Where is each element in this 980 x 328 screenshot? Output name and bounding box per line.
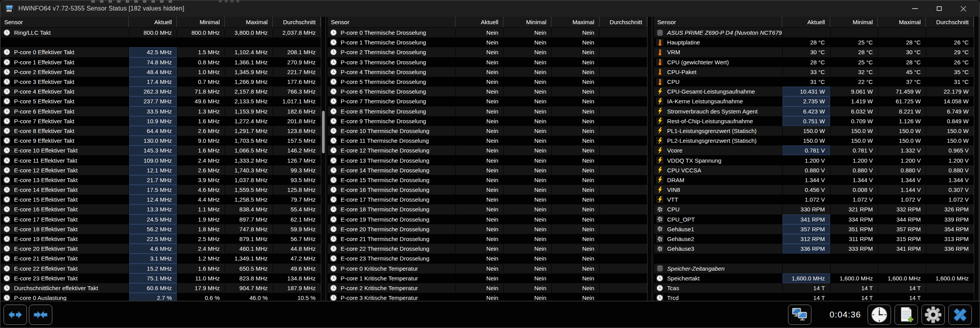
sensor-row[interactable]: E-core 12 Effektiver Takt12.1 MHz2.6 MHz… — [1, 165, 321, 175]
sensor-row[interactable]: P-core 6 Thermische DrosselungNeinNeinNe… — [328, 87, 647, 96]
sensor-row[interactable]: Hauptplatine28 °C25 °C28 °C26 °C — [654, 37, 974, 47]
sensor-row[interactable]: E-core 9 Thermische DrosselungNeinNeinNe… — [328, 116, 647, 126]
column-header-maximal[interactable]: Maximal — [551, 17, 599, 27]
sensor-row[interactable]: ASUS PRIME Z690-P D4 (Nuvoton NCT6798D) — [654, 28, 974, 37]
sensor-row[interactable]: E-core 8 Thermische DrosselungNeinNeinNe… — [328, 106, 647, 116]
sensor-row[interactable]: P-core 3 Effektiver Takt17.4 MHz0.7 MHz1… — [1, 77, 321, 87]
maximize-button[interactable] — [936, 5, 942, 12]
sensor-row[interactable]: E-core 22 Thermische DrosselungNeinNeinN… — [328, 244, 647, 254]
sensor-row[interactable]: E-core 11 Thermische DrosselungNeinNeinN… — [328, 136, 647, 145]
sensor-row[interactable]: PL1-Leistungsgrenzwert (Statisch)150.0 W… — [654, 126, 974, 136]
sensor-row[interactable]: IA-Kerne Leistungsaufnahme2.735 W1.419 W… — [654, 96, 974, 106]
sensor-row[interactable]: E-core 10 Thermische DrosselungNeinNeinN… — [328, 126, 647, 136]
sensor-row[interactable]: Vcore0.781 V0.781 V1.332 V0.965 V — [654, 145, 974, 155]
sensor-row[interactable]: Tcas14 T14 T14 T — [654, 283, 974, 293]
sensor-row[interactable]: P-core 1 Kritische TemperaturNeinNeinNei… — [328, 273, 647, 283]
sensor-row[interactable]: E-core 10 Effektiver Takt145.3 MHz1.6 MH… — [1, 145, 321, 155]
column-header-maximal[interactable]: Maximal — [878, 17, 926, 27]
sensor-row[interactable]: CPU31 °C22 °C37 °C31 °C — [654, 77, 974, 87]
sensor-row[interactable]: Trcd14 T14 T14 T — [654, 293, 974, 301]
sensor-row[interactable]: P-core 0 Thermische DrosselungNeinNeinNe… — [328, 28, 647, 37]
sensor-row[interactable]: P-core 2 Kritische TemperaturNeinNeinNei… — [328, 283, 647, 293]
sensor-row[interactable]: E-core 14 Effektiver Takt17.5 MHz4.6 MHz… — [1, 185, 321, 195]
sensor-row[interactable]: E-core 17 Thermische DrosselungNeinNeinN… — [328, 195, 647, 204]
scrollbar[interactable] — [974, 17, 979, 301]
sensor-row[interactable]: E-core 19 Thermische DrosselungNeinNeinN… — [328, 215, 647, 224]
sensor-row[interactable]: P-core 5 Effektiver Takt237.7 MHz49.6 MH… — [1, 96, 321, 106]
sensor-row[interactable]: Ring/LLC Takt800.0 MHz800.0 MHz3,800.0 M… — [1, 28, 321, 37]
sensor-row[interactable]: E-core 13 Thermische DrosselungNeinNeinN… — [328, 155, 647, 165]
sensor-row[interactable]: P-core 5 Thermische DrosselungNeinNeinNe… — [328, 77, 647, 87]
sensor-row[interactable]: Gehäuse2312 RPM311 RPM315 RPM313 RPM — [654, 234, 974, 244]
sensor-row[interactable]: E-core 13 Effektiver Takt21.7 MHz3.9 MHz… — [1, 175, 321, 185]
sensor-row[interactable]: E-core 18 Thermische DrosselungNeinNeinN… — [328, 204, 647, 214]
sensor-row[interactable]: E-core 9 Effektiver Takt130.0 MHz9.0 MHz… — [1, 136, 321, 145]
sensor-row[interactable]: Speicher-Zeitangaben — [654, 264, 974, 273]
column-header-sensor[interactable]: Sensor — [328, 17, 455, 27]
title-bar[interactable]: HWiNFO64 v7.72-5355 Sensor Status [182 v… — [0, 0, 980, 17]
scrollbar[interactable] — [321, 17, 326, 301]
column-header-aktuell[interactable]: Aktuell — [455, 17, 503, 27]
clock-button[interactable] — [868, 305, 891, 325]
sensor-row[interactable]: VDDQ TX Spannung1.200 V1.200 V1.200 V1.2… — [654, 155, 974, 165]
sensor-row[interactable]: E-core 19 Effektiver Takt22.5 MHz2.5 MHz… — [1, 234, 321, 244]
sensor-row[interactable]: CPU (gewichteter Wert)28 °C25 °C28 °C26 … — [654, 57, 974, 67]
sensor-row[interactable]: E-core 22 Effektiver Takt15.2 MHz1.6 MHz… — [1, 264, 321, 273]
sensor-row[interactable]: E-core 15 Effektiver Takt12.4 MHz4.4 MHz… — [1, 195, 321, 204]
sensor-row[interactable]: P-core 1 Effektiver Takt74.8 MHz0.8 MHz1… — [1, 57, 321, 67]
sensor-row[interactable]: VRM30 °C28 °C30 °C29 °C — [654, 47, 974, 57]
sensor-row[interactable]: DRAM1.344 V1.344 V1.344 V1.344 V — [654, 175, 974, 185]
sensor-row[interactable]: Speichertakt1,600.0 MHz1,600.0 MHz1,600.… — [654, 273, 974, 283]
column-header-minimal[interactable]: Minimal — [177, 17, 225, 27]
sensor-row[interactable]: PL2-Leistungsgrenzwert (Statisch)150.0 W… — [654, 136, 974, 145]
expand-columns-button[interactable] — [4, 305, 27, 325]
sensor-row[interactable]: CPU330 RPM321 RPM332 RPM326 RPM — [654, 204, 974, 214]
sensor-row[interactable]: P-core 0 Effektiver Takt42.5 MHz1.5 MHz1… — [1, 47, 321, 57]
sensor-row[interactable]: E-core 17 Effektiver Takt24.5 MHz1.9 MHz… — [1, 215, 321, 224]
window-close-button[interactable] — [960, 5, 966, 12]
scrollbar-thumb[interactable] — [322, 111, 325, 153]
sensor-row[interactable]: P-core 3 Thermische DrosselungNeinNeinNe… — [328, 57, 647, 67]
sensor-row[interactable]: VIN80.456 V0.008 V1.144 V0.307 V — [654, 185, 974, 195]
sensor-row[interactable]: P-core 0 Kritische TemperaturNeinNeinNei… — [328, 264, 647, 273]
sensor-row[interactable]: Gehäuse1357 RPM351 RPM357 RPM354 RPM — [654, 224, 974, 234]
close-button[interactable] — [948, 305, 972, 325]
sensor-row[interactable]: E-core 15 Thermische DrosselungNeinNeinN… — [328, 175, 647, 185]
sensor-row[interactable]: P-core 6 Effektiver Takt33.5 MHz1.3 MHz1… — [1, 106, 321, 116]
settings-button[interactable] — [921, 305, 945, 325]
sensor-row[interactable]: Stromverbrauch des System Agent6.423 W6.… — [654, 106, 974, 116]
sensor-row[interactable]: P-core 7 Effektiver Takt10.9 MHz1.6 MHz1… — [1, 116, 321, 126]
sensor-row[interactable]: CPU-Gesamt-Leistungsaufnahme10.431 W9.06… — [654, 87, 974, 96]
sensor-row[interactable]: P-core 3 Kritische TemperaturNeinNeinNei… — [328, 293, 647, 301]
sensor-row[interactable]: E-core 21 Effektiver Takt3.1 MHz1.2 MHz1… — [1, 254, 321, 263]
sensor-row[interactable]: Gehäuse3336 RPM333 RPM341 RPM336 RPM — [654, 244, 974, 254]
sensor-row[interactable]: P-core 2 Thermische DrosselungNeinNeinNe… — [328, 47, 647, 57]
scrollbar[interactable] — [647, 17, 652, 301]
remote-monitoring-button[interactable] — [788, 305, 811, 325]
column-header-durchschnitt[interactable]: Durchschnitt — [273, 17, 321, 27]
sensor-row[interactable]: E-core 23 Effektiver Takt75.1 MHz11.0 MH… — [1, 273, 321, 283]
sensor-row[interactable]: E-core 21 Thermische DrosselungNeinNeinN… — [328, 234, 647, 244]
sensor-row[interactable]: E-core 18 Effektiver Takt56.2 MHz1.8 MHz… — [1, 224, 321, 234]
sensor-row[interactable]: E-core 12 Thermische DrosselungNeinNeinN… — [328, 145, 647, 155]
column-header-durchschnitt[interactable]: Durchschnitt — [926, 17, 974, 27]
report-button[interactable] — [895, 305, 918, 325]
sensor-row[interactable]: E-core 16 Thermische DrosselungNeinNeinN… — [328, 185, 647, 195]
collapse-columns-button[interactable] — [29, 305, 52, 325]
sensor-row[interactable]: P-core 4 Thermische DrosselungNeinNeinNe… — [328, 67, 647, 77]
sensor-row[interactable]: P-core 2 Effektiver Takt48.4 MHz1.0 MHz1… — [1, 67, 321, 77]
sensor-row[interactable]: E-core 8 Effektiver Takt64.4 MHz2.6 MHz1… — [1, 126, 321, 136]
sensor-row[interactable]: CPU-Paket33 °C32 °C45 °C35 °C — [654, 67, 974, 77]
sensor-row[interactable]: P-core 1 Thermische DrosselungNeinNeinNe… — [328, 37, 647, 47]
column-header-maximal[interactable]: Maximal — [225, 17, 273, 27]
sensor-row[interactable]: E-core 16 Effektiver Takt13.3 MHz1.1 MHz… — [1, 204, 321, 214]
sensor-row[interactable]: P-core 0 Auslastung2.7 %0.6 %46.0 %10.5 … — [1, 293, 321, 301]
sensor-row[interactable]: Rest-of-Chip-Leistungsaufnahme0.751 W0.7… — [654, 116, 974, 126]
sensor-row[interactable]: CPU VCCSA0.880 V0.880 V0.880 V0.880 V — [654, 165, 974, 175]
column-header-durchschnitt[interactable]: Durchschnitt — [599, 17, 647, 27]
sensor-row[interactable]: CPU_OPT341 RPM334 RPM344 RPM339 RPM — [654, 215, 974, 224]
column-header-aktuell[interactable]: Aktuell — [129, 17, 177, 27]
sensor-row[interactable]: Durchschnittlicher effektiver Takt60.6 M… — [1, 283, 321, 293]
minimize-button[interactable] — [912, 5, 918, 12]
sensor-row[interactable]: E-core 11 Effektiver Takt109.0 MHz2.4 MH… — [1, 155, 321, 165]
